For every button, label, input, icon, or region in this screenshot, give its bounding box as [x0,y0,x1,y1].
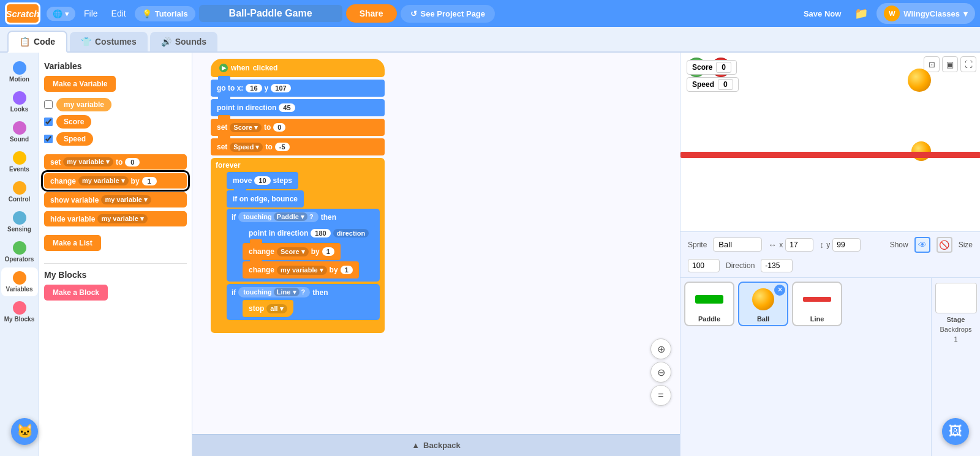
sidebar-item-sound[interactable]: Sound [1,118,38,146]
add-backdrop-button[interactable]: 🖼 [942,418,969,445]
var-block-score[interactable]: Score [56,115,91,129]
sidebar-item-sensing[interactable]: Sensing [1,207,38,236]
hide-var-dropdown[interactable]: my variable ▾ [97,214,148,223]
sprite-x-input[interactable] [785,238,813,252]
hat-when-clicked[interactable]: ▶ when clicked [211,59,385,77]
script-stack: ▶ when clicked go to x: 16 y 107 point i… [211,59,385,333]
goto-x-input[interactable]: 16 [246,84,262,92]
var-block-speed[interactable]: Speed [56,132,93,146]
share-button[interactable]: Share [346,4,397,23]
block-edge-bounce[interactable]: if on edge, bounce [227,190,304,207]
show-var-dropdown[interactable]: my variable ▾ [101,195,151,204]
backpack-bar[interactable]: ▲ Backpack [192,434,680,456]
zoom-out-button[interactable]: ⊖ [650,362,671,383]
add-sprite-button[interactable]: 🐱 [11,418,38,445]
zoom-in-button[interactable]: ⊕ [650,338,671,359]
file-menu[interactable]: File [79,6,103,21]
block-set-score[interactable]: set Score ▾ to 0 [211,119,385,136]
block-if-paddle[interactable]: if touching Paddle ▾ ? then point in dir… [227,209,380,282]
folder-icon[interactable]: 📁 [850,4,873,23]
sidebar-item-myblocks[interactable]: My Blocks [1,297,38,326]
change-myvar-input[interactable]: 1 [341,266,353,274]
set-var-input[interactable]: 0 [125,158,140,166]
sprite-y-input[interactable] [832,238,861,252]
user-menu[interactable]: W WiingyClasses ▾ [876,3,975,24]
block-goto-xy[interactable]: go to x: 16 y 107 [211,80,385,97]
sprite-size-input[interactable] [688,259,720,272]
events-label: Events [9,166,29,173]
set-speed-input[interactable]: -5 [275,143,290,151]
stage-area: ▶ ■ ⊡ ▣ ⛶ Score 0 Speed 0 [680,53,980,456]
stop-dropdown[interactable]: all ▾ [266,304,287,313]
sidebar-item-control[interactable]: Control [1,178,38,206]
set-speed-dropdown[interactable]: Speed ▾ [230,143,263,152]
point-180-input[interactable]: 180 [311,229,330,237]
block-stop-all[interactable]: stop all ▾ [243,300,293,317]
canvas-area[interactable]: ▶ when clicked go to x: 16 y 107 point i… [192,53,680,434]
stage-mini-preview[interactable] [935,283,977,313]
ball-sprite-name: Ball [757,315,769,323]
var-block-myvariable[interactable]: my variable [56,98,111,111]
direction-dropdown[interactable]: direction [333,229,369,237]
tutorials-button[interactable]: 💡 Tutorials [135,6,195,21]
motion-dot [13,61,26,75]
tab-sounds[interactable]: 🔊 Sounds [150,32,217,51]
change-score-input[interactable]: 1 [322,247,334,256]
hide-sprite-button[interactable]: 🚫 [937,237,952,253]
block-point-180[interactable]: point in direction 180 direction [243,225,375,242]
block-show-variable[interactable]: show variable my variable ▾ [44,192,187,207]
goto-y-input[interactable]: 107 [271,84,290,92]
make-list-button[interactable]: Make a List [44,235,101,251]
sidebar-item-motion[interactable]: Motion [1,58,38,86]
sprite-thumb-line[interactable]: Line [792,282,842,326]
sprite-thumb-paddle[interactable]: Paddle [684,282,734,326]
sidebar-item-operators[interactable]: Operators [1,237,38,266]
edit-menu[interactable]: Edit [107,6,131,21]
tab-code[interactable]: 📋 Code [7,31,67,53]
make-block-button[interactable]: Make a Block [44,285,108,301]
block-change-myvar[interactable]: change my variable ▾ by 1 [243,261,359,278]
sidebar-item-variables[interactable]: Variables [1,267,38,296]
stage-fullscreen-button[interactable]: ⛶ [960,56,976,72]
looks-dot [13,91,26,105]
save-now-button[interactable]: Save Now [799,7,846,21]
show-sprite-button[interactable]: 👁 [914,237,930,253]
see-project-button[interactable]: ↺ See Project Page [401,5,496,23]
change-score-dd[interactable]: Score ▾ [277,247,309,256]
sidebar-item-looks[interactable]: Looks [1,88,38,116]
block-set-variable[interactable]: set my variable ▾ to 0 [44,154,187,170]
globe-button[interactable]: 🌐 ▾ [47,7,75,21]
set-var-dropdown[interactable]: my variable ▾ [63,157,113,166]
change-myvar-dd[interactable]: my variable ▾ [277,266,327,275]
tab-costumes[interactable]: 👕 Costumes [70,32,148,51]
var-checkbox-myvariable[interactable] [44,100,53,109]
speed-hud: Speed 0 [687,77,739,92]
control-dot [13,181,26,195]
ball-delete-button[interactable]: ✕ [774,285,785,296]
var-checkbox-score[interactable] [44,118,53,126]
sprite-direction-input[interactable] [761,259,793,272]
var-checkbox-speed[interactable] [44,135,53,143]
block-if-line[interactable]: if touching Line ▾ ? then stop all ▾ [227,284,380,320]
zoom-reset-button[interactable]: = [650,385,671,406]
block-change-variable[interactable]: change my variable ▾ by 1 [44,173,187,189]
make-variable-button[interactable]: Make a Variable [44,76,116,92]
block-forever[interactable]: forever move 10 steps if on edge, bounce [211,158,385,333]
direction-input[interactable]: 45 [279,103,295,112]
set-score-input[interactable]: 0 [273,123,285,132]
stage-normal-button[interactable]: ▣ [942,56,958,72]
paddle-sprite-img [692,285,726,313]
stage-small-button[interactable]: ⊡ [924,56,940,72]
set-score-dropdown[interactable]: Score ▾ [230,123,262,132]
block-point-direction[interactable]: point in direction 45 [211,99,385,116]
block-hide-variable[interactable]: hide variable my variable ▾ [44,211,187,226]
change-var-input[interactable]: 1 [142,177,157,185]
move-steps-input[interactable]: 10 [254,176,270,185]
project-name-input[interactable] [199,5,342,22]
sprite-thumb-ball[interactable]: ✕ Ball [738,282,788,326]
sidebar-item-events[interactable]: Events [1,148,38,176]
change-var-dropdown[interactable]: my variable ▾ [78,176,129,185]
sprite-name-input[interactable] [713,237,762,252]
block-set-speed[interactable]: set Speed ▾ to -5 [211,138,385,155]
scratch-logo[interactable]: Scratch [5,2,40,24]
